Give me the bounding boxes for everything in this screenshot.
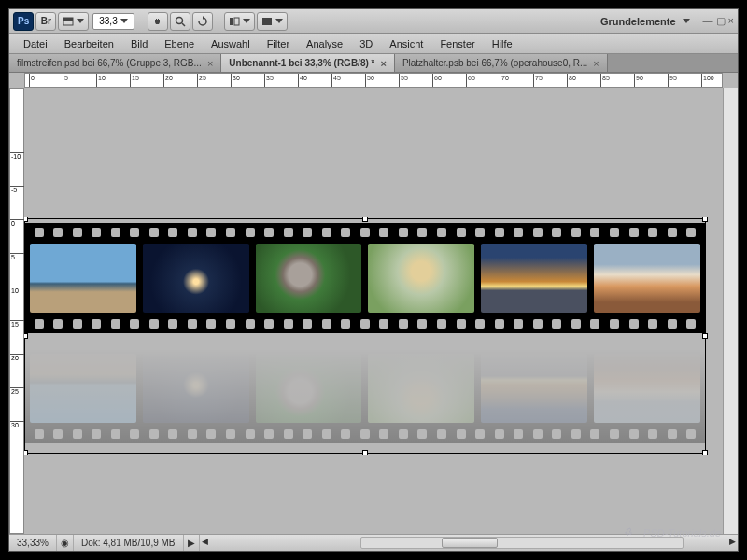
close-icon[interactable]: × [728, 15, 734, 27]
svg-rect-5 [234, 18, 239, 25]
tab-filmstreifen[interactable]: filmstreifen.psd bei 66,7% (Gruppe 3, RG… [9, 54, 221, 72]
scrollbar-vertical[interactable] [723, 88, 738, 534]
ruler-horizontal[interactable]: 0510152025303540455055606570758085909510… [24, 73, 723, 88]
transform-handle[interactable] [702, 217, 708, 222]
ruler-vertical[interactable]: -10-5051015202530 [9, 88, 24, 534]
rotate-view-icon[interactable] [192, 12, 213, 31]
menu-analyse[interactable]: Analyse [298, 35, 351, 52]
menu-bearbeiten[interactable]: Bearbeiten [56, 35, 122, 52]
restore-icon[interactable]: ▢ [716, 15, 726, 27]
tab-unbenannt[interactable]: Unbenannt-1 bei 33,3% (RGB/8) *× [221, 54, 395, 72]
minimize-icon[interactable]: — [703, 15, 713, 27]
menu-fenster[interactable]: Fenster [431, 35, 483, 52]
svg-point-2 [176, 17, 182, 23]
transform-handle[interactable] [24, 333, 28, 339]
scrollbar-thumb[interactable] [442, 538, 498, 548]
transform-handle[interactable] [362, 450, 368, 455]
close-icon[interactable]: × [380, 58, 386, 69]
hand-tool-icon[interactable] [148, 12, 168, 31]
tab-platzhalter[interactable]: Platzhalter.psb bei 66,7% (operahouse0, … [395, 54, 608, 72]
zoom-level-field[interactable]: 33,3 [92, 13, 134, 30]
close-icon[interactable]: × [593, 58, 599, 69]
close-icon[interactable]: × [207, 58, 213, 69]
status-zoom[interactable]: 33,33% [9, 535, 57, 551]
svg-rect-6 [262, 18, 272, 25]
transform-handle[interactable] [702, 450, 708, 455]
status-preview-icon[interactable]: ◉ [57, 535, 74, 551]
menu-datei[interactable]: Datei [15, 35, 56, 52]
canvas[interactable] [24, 88, 723, 534]
menu-hilfe[interactable]: Hilfe [484, 35, 521, 52]
status-docsize[interactable]: Dok: 4,81 MB/10,9 MB [74, 535, 184, 551]
menu-filter[interactable]: Filter [259, 35, 298, 52]
menu-3d[interactable]: 3D [351, 35, 381, 52]
menu-auswahl[interactable]: Auswahl [203, 35, 259, 52]
view-extras-button[interactable] [58, 12, 89, 31]
bridge-button[interactable]: Br [35, 12, 56, 31]
transform-handle[interactable] [362, 217, 368, 222]
transform-handle[interactable] [24, 450, 28, 455]
transform-handle[interactable] [24, 217, 28, 222]
svg-line-3 [182, 23, 185, 26]
screen-mode-button[interactable] [257, 12, 288, 31]
watermark: PSD-Tutorials.de [625, 526, 721, 539]
status-menu-arrow[interactable]: ▶ [184, 535, 200, 551]
transform-bounds[interactable] [24, 218, 706, 454]
app-icon[interactable]: Ps [13, 12, 34, 31]
workspace-switcher[interactable]: Grundelemente [595, 16, 696, 27]
zoom-tool-icon[interactable] [170, 12, 190, 31]
menu-ebene[interactable]: Ebene [156, 35, 203, 52]
svg-rect-4 [230, 18, 233, 25]
svg-rect-1 [63, 18, 73, 21]
document-tabs: filmstreifen.psd bei 66,7% (Gruppe 3, RG… [9, 54, 738, 73]
menu-bar: Datei Bearbeiten Bild Ebene Auswahl Filt… [9, 34, 738, 54]
transform-handle[interactable] [702, 333, 708, 339]
menu-ansicht[interactable]: Ansicht [381, 35, 431, 52]
menu-bild[interactable]: Bild [122, 35, 156, 52]
options-bar: Ps Br 33,3 Grundelemente — ▢ × [9, 9, 738, 34]
arrange-documents-button[interactable] [224, 12, 255, 31]
